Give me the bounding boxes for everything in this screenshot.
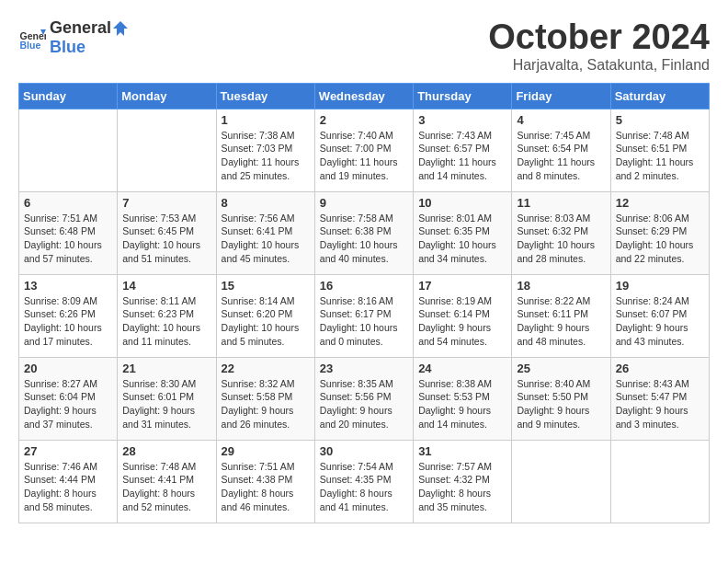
month-title: October 2024 [488, 18, 710, 57]
calendar-cell: 27Sunrise: 7:46 AM Sunset: 4:44 PM Dayli… [19, 440, 118, 523]
calendar-cell [19, 109, 118, 191]
day-number: 17 [418, 279, 506, 293]
day-details: Sunrise: 7:46 AM Sunset: 4:44 PM Dayligh… [24, 460, 112, 514]
day-details: Sunrise: 7:51 AM Sunset: 6:48 PM Dayligh… [24, 212, 112, 266]
calendar-cell: 19Sunrise: 8:24 AM Sunset: 6:07 PM Dayli… [610, 274, 709, 357]
header-day-thursday: Thursday [414, 83, 512, 109]
day-details: Sunrise: 7:38 AM Sunset: 7:03 PM Dayligh… [222, 129, 310, 183]
day-number: 9 [320, 196, 408, 210]
day-details: Sunrise: 8:22 AM Sunset: 6:11 PM Dayligh… [517, 294, 605, 349]
calendar-cell [610, 440, 709, 523]
calendar-cell: 18Sunrise: 8:22 AM Sunset: 6:11 PM Dayli… [512, 274, 610, 357]
day-details: Sunrise: 7:45 AM Sunset: 6:54 PM Dayligh… [517, 129, 605, 183]
svg-text:Blue: Blue [20, 40, 41, 51]
logo-icon: General Blue [18, 24, 46, 52]
day-number: 24 [418, 362, 506, 375]
day-details: Sunrise: 8:40 AM Sunset: 5:50 PM Dayligh… [517, 377, 605, 431]
day-number: 29 [222, 444, 310, 458]
day-details: Sunrise: 8:27 AM Sunset: 6:04 PM Dayligh… [24, 377, 112, 431]
day-details: Sunrise: 8:16 AM Sunset: 6:17 PM Dayligh… [320, 294, 408, 349]
day-details: Sunrise: 8:11 AM Sunset: 6:23 PM Dayligh… [122, 294, 210, 349]
calendar-cell: 5Sunrise: 7:48 AM Sunset: 6:51 PM Daylig… [610, 109, 709, 191]
header-day-sunday: Sunday [19, 83, 118, 109]
day-details: Sunrise: 8:43 AM Sunset: 5:47 PM Dayligh… [616, 377, 704, 431]
day-number: 23 [320, 362, 408, 375]
calendar-cell: 3Sunrise: 7:43 AM Sunset: 6:57 PM Daylig… [414, 109, 512, 191]
day-details: Sunrise: 7:40 AM Sunset: 7:00 PM Dayligh… [320, 129, 408, 183]
calendar-cell: 12Sunrise: 8:06 AM Sunset: 6:29 PM Dayli… [610, 191, 709, 274]
calendar-cell: 26Sunrise: 8:43 AM Sunset: 5:47 PM Dayli… [610, 357, 709, 440]
day-number: 19 [616, 279, 704, 293]
day-number: 31 [418, 444, 506, 458]
header-day-monday: Monday [118, 83, 216, 109]
calendar-cell: 28Sunrise: 7:48 AM Sunset: 4:41 PM Dayli… [118, 440, 216, 523]
day-number: 25 [517, 362, 605, 375]
calendar-cell: 22Sunrise: 8:32 AM Sunset: 5:58 PM Dayli… [216, 357, 314, 440]
day-details: Sunrise: 7:53 AM Sunset: 6:45 PM Dayligh… [122, 212, 210, 266]
calendar-cell: 21Sunrise: 8:30 AM Sunset: 6:01 PM Dayli… [118, 357, 216, 440]
calendar-cell: 14Sunrise: 8:11 AM Sunset: 6:23 PM Dayli… [118, 274, 216, 357]
calendar-cell: 1Sunrise: 7:38 AM Sunset: 7:03 PM Daylig… [216, 109, 314, 191]
day-details: Sunrise: 8:01 AM Sunset: 6:35 PM Dayligh… [418, 212, 506, 266]
calendar-cell: 17Sunrise: 8:19 AM Sunset: 6:14 PM Dayli… [414, 274, 512, 357]
logo-bird-icon [111, 19, 130, 38]
calendar-cell: 10Sunrise: 8:01 AM Sunset: 6:35 PM Dayli… [414, 191, 512, 274]
calendar-cell: 23Sunrise: 8:35 AM Sunset: 5:56 PM Dayli… [314, 357, 413, 440]
day-number: 27 [24, 444, 112, 458]
day-number: 2 [320, 113, 408, 127]
day-number: 15 [222, 279, 310, 293]
day-number: 18 [517, 279, 605, 293]
day-number: 11 [517, 196, 605, 210]
calendar-week-4: 20Sunrise: 8:27 AM Sunset: 6:04 PM Dayli… [19, 357, 710, 440]
day-number: 1 [222, 113, 310, 127]
day-number: 30 [320, 444, 408, 458]
header-day-tuesday: Tuesday [216, 83, 314, 109]
calendar-body: 1Sunrise: 7:38 AM Sunset: 7:03 PM Daylig… [19, 109, 710, 523]
day-details: Sunrise: 8:35 AM Sunset: 5:56 PM Dayligh… [320, 377, 408, 431]
day-number: 10 [418, 196, 506, 210]
header: General Blue General Blue October 2024 H… [18, 18, 710, 74]
calendar-cell: 6Sunrise: 7:51 AM Sunset: 6:48 PM Daylig… [19, 191, 118, 274]
calendar-cell: 4Sunrise: 7:45 AM Sunset: 6:54 PM Daylig… [512, 109, 610, 191]
calendar-cell: 13Sunrise: 8:09 AM Sunset: 6:26 PM Dayli… [19, 274, 118, 357]
day-details: Sunrise: 7:43 AM Sunset: 6:57 PM Dayligh… [418, 129, 506, 183]
calendar-cell: 2Sunrise: 7:40 AM Sunset: 7:00 PM Daylig… [314, 109, 413, 191]
calendar-cell: 9Sunrise: 7:58 AM Sunset: 6:38 PM Daylig… [314, 191, 413, 274]
calendar-cell: 29Sunrise: 7:51 AM Sunset: 4:38 PM Dayli… [216, 440, 314, 523]
header-day-friday: Friday [512, 83, 610, 109]
day-details: Sunrise: 7:58 AM Sunset: 6:38 PM Dayligh… [320, 212, 408, 266]
day-number: 3 [418, 113, 506, 127]
calendar-header-row: SundayMondayTuesdayWednesdayThursdayFrid… [19, 83, 710, 109]
day-number: 6 [24, 196, 112, 210]
logo-blue-text: Blue [50, 38, 85, 56]
day-number: 14 [122, 279, 210, 293]
day-number: 7 [122, 196, 210, 210]
day-details: Sunrise: 8:19 AM Sunset: 6:14 PM Dayligh… [418, 294, 506, 349]
day-number: 13 [24, 279, 112, 293]
calendar-cell: 8Sunrise: 7:56 AM Sunset: 6:41 PM Daylig… [216, 191, 314, 274]
calendar-cell [512, 440, 610, 523]
day-details: Sunrise: 7:51 AM Sunset: 4:38 PM Dayligh… [222, 460, 310, 514]
calendar-cell: 7Sunrise: 7:53 AM Sunset: 6:45 PM Daylig… [118, 191, 216, 274]
day-details: Sunrise: 7:57 AM Sunset: 4:32 PM Dayligh… [418, 460, 506, 514]
day-details: Sunrise: 8:09 AM Sunset: 6:26 PM Dayligh… [24, 294, 112, 349]
header-day-saturday: Saturday [610, 83, 709, 109]
location-title: Harjavalta, Satakunta, Finland [488, 57, 710, 74]
day-details: Sunrise: 7:56 AM Sunset: 6:41 PM Dayligh… [222, 212, 310, 266]
calendar-table: SundayMondayTuesdayWednesdayThursdayFrid… [18, 83, 710, 523]
calendar-cell: 25Sunrise: 8:40 AM Sunset: 5:50 PM Dayli… [512, 357, 610, 440]
calendar-week-1: 1Sunrise: 7:38 AM Sunset: 7:03 PM Daylig… [19, 109, 710, 191]
logo: General Blue General Blue [18, 18, 130, 57]
calendar-week-5: 27Sunrise: 7:46 AM Sunset: 4:44 PM Dayli… [19, 440, 710, 523]
svg-marker-3 [113, 21, 128, 36]
day-details: Sunrise: 8:24 AM Sunset: 6:07 PM Dayligh… [616, 294, 704, 349]
day-number: 5 [616, 113, 704, 127]
day-details: Sunrise: 8:03 AM Sunset: 6:32 PM Dayligh… [517, 212, 605, 266]
day-number: 20 [24, 362, 112, 375]
day-number: 28 [122, 444, 210, 458]
day-number: 12 [616, 196, 704, 210]
calendar-cell: 15Sunrise: 8:14 AM Sunset: 6:20 PM Dayli… [216, 274, 314, 357]
day-number: 26 [616, 362, 704, 375]
day-details: Sunrise: 7:48 AM Sunset: 6:51 PM Dayligh… [616, 129, 704, 183]
logo-general-text: General [50, 18, 111, 38]
